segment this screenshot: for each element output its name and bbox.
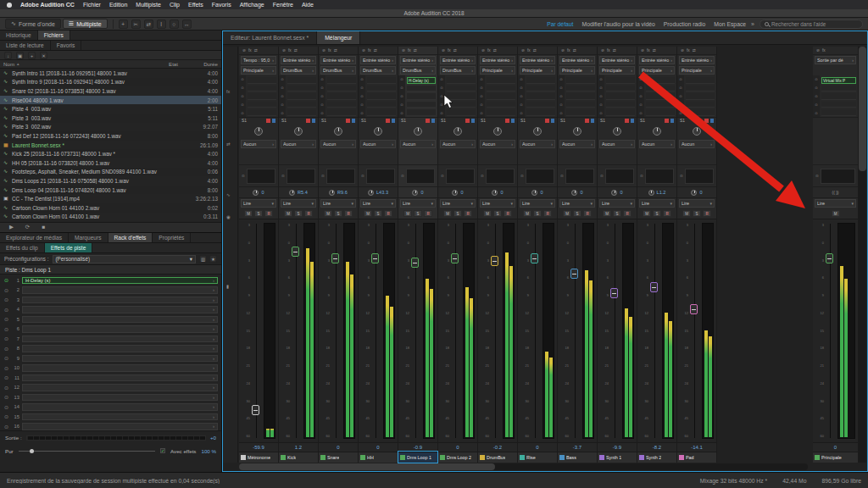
solo-button[interactable]: S [294,210,303,217]
record-arm-button[interactable]: R [464,210,472,217]
effect-power-icon[interactable]: ⊙ [3,336,9,341]
fx-rack-section[interactable]: ⊙⊙⊙⊙⊙ [478,75,517,118]
track-name-row[interactable]: Synth 1 [598,452,637,463]
send-level-knob[interactable] [334,127,342,136]
menu-item[interactable]: Edition [109,2,127,8]
effect-power-icon[interactable]: ⊙ [3,297,9,302]
automation-mode-select[interactable]: Lire▾ [440,199,476,208]
automation-mode-select[interactable]: Lire▾ [360,199,396,208]
eq-section[interactable]: ⊙ [239,165,278,187]
file-list-item[interactable]: Pad Def 12 [2018-11-16 072243] 48000 1.w… [0,131,221,141]
fader-handle[interactable] [570,269,578,279]
view-toggle-button[interactable]: ☰Multipiste [63,19,108,29]
eq-power-icon[interactable]: ⊙ [640,174,643,178]
power-icon[interactable]: ⊘ [521,48,525,53]
menu-item[interactable]: Effets [188,2,203,8]
eq-power-icon[interactable]: ⊙ [481,174,484,178]
pan-knob[interactable] [329,190,335,196]
effect-slot[interactable]: ⊙ 6 › [3,324,218,335]
file-list-item[interactable]: Rise004 48000 1.wav 2:00 [0,96,221,105]
apple-logo-icon[interactable] [7,3,12,8]
solo-button[interactable]: S [374,210,382,217]
power-icon[interactable]: ⊘ [601,48,604,53]
record-arm-button[interactable]: R [543,210,552,217]
eq-graph[interactable] [486,169,515,184]
fader-track[interactable] [252,221,261,441]
record-arm-button[interactable]: R [304,210,313,217]
fader-handle[interactable] [451,253,459,263]
fx-slot[interactable] [287,77,316,84]
fx-slot[interactable] [526,77,555,84]
fx-slot[interactable]: H-Delay (s) [407,77,436,84]
automation-mode-select[interactable]: Lire▾ [520,199,555,208]
power-icon[interactable]: ⊘ [242,48,246,53]
eq-section-icon[interactable]: ∿ [226,192,231,197]
input-select[interactable]: Entrée stéréo› [281,56,316,64]
automation-mode-select[interactable]: Lire▾ [815,199,856,208]
fx-rack-section[interactable]: ⊙⊙⊙⊙⊙ [438,75,477,118]
pan-control[interactable]: R9.6 [319,187,358,198]
output-select[interactable]: Principale› [559,66,595,75]
output-select[interactable]: DrumBus› [320,66,356,75]
mixer-channel-strip[interactable]: ⊘fx⇄ Entrée stéréo› Principale› ⊙⊙⊙⊙⊙ S1… [558,47,598,463]
output-select[interactable]: Principale› [520,66,555,75]
effect-power-icon[interactable]: ⊙ [3,316,9,322]
fader-track[interactable] [411,221,420,441]
output-select[interactable]: Principale› [679,66,715,75]
effect-slot[interactable]: ⊙ 13 › [3,392,218,402]
pan-knob[interactable] [492,190,498,196]
slip-tool-icon[interactable]: ⇄ [144,19,153,29]
power-icon[interactable]: ⊘ [681,48,684,53]
effect-slot[interactable]: ⊙ 4 › [3,305,218,315]
send-level-knob[interactable] [414,127,422,136]
file-list-item[interactable]: Piste 3_002.wav 9:2.07 [0,123,221,132]
mixer-channel-strip[interactable]: ⊘fx⇄ Entrée stéréo› Principale› ⊙⊙⊙⊙⊙ S1… [518,47,558,463]
effect-power-icon[interactable]: ⊙ [3,287,9,293]
send-pre-icon[interactable] [266,119,270,123]
mute-button[interactable]: M [244,210,253,217]
automation-mode-select[interactable]: Lire▾ [241,199,276,208]
menu-item[interactable]: Fichier [83,2,101,8]
wet-dry-slider[interactable] [19,451,155,452]
effect-power-icon[interactable]: ⊙ [3,355,9,361]
eq-graph[interactable] [821,169,855,184]
pan-control[interactable]: 0 [398,187,437,198]
fader-area[interactable]: 303691215182124304560 [279,219,318,442]
eq-power-icon[interactable]: ⊙ [321,174,325,178]
mixer-channel-strip[interactable]: ⊘fx⇄ Entrée stéréo› DrumBus› ⊙⊙⊙⊙⊙ S1 Au… [279,47,319,463]
mixer-channel-strip[interactable]: ⊘fx⇄ Tempo : 95,0› Principale› ⊙⊙⊙⊙⊙ S1 … [239,47,279,463]
record-arm-button[interactable]: R [623,210,632,217]
eq-graph[interactable] [287,169,315,184]
master-output-select[interactable]: Sortie par dé› [815,56,856,64]
send-level-knob[interactable] [573,127,581,136]
pan-knob[interactable] [452,190,458,196]
send-level-knob[interactable] [533,127,542,136]
send-pre-icon[interactable] [386,119,390,123]
send-pre-icon[interactable] [625,119,629,123]
column-state[interactable]: Etat [169,61,191,67]
new-item-icon[interactable]: ▣ [16,52,24,59]
record-arm-button[interactable]: R [703,210,711,217]
solo-button[interactable]: S [414,210,422,217]
help-search-box[interactable] [760,19,863,29]
track-name-row[interactable]: Dms Loop 2 [438,452,477,463]
eq-graph[interactable] [326,169,355,184]
effect-power-icon[interactable]: ⊙ [3,424,9,430]
track-name-row[interactable]: HH [359,452,398,463]
effect-power-icon[interactable]: ⊙ [3,385,9,391]
eq-graph[interactable] [605,169,634,184]
power-icon[interactable]: ⊘ [816,48,820,53]
pan-control[interactable]: L43.3 [359,187,398,198]
mute-button[interactable]: M [523,210,531,217]
effect-slot[interactable]: ⊙ 11 › [3,373,218,383]
fx-rack-section[interactable]: ⊙⊙⊙⊙⊙ [518,75,557,118]
record-arm-button[interactable]: R [344,210,353,217]
automation-mode-select[interactable]: Lire▾ [281,199,316,208]
fader-area[interactable]: 303691215182124304560 [319,219,358,442]
effect-slot[interactable]: ⊙ 15 › [3,412,218,422]
mute-button[interactable]: M [284,210,292,217]
fader-track[interactable] [371,221,381,441]
input-select[interactable]: Entrée stéréo› [360,56,396,64]
stop-button-icon[interactable]: ■ [39,223,48,232]
eq-power-icon[interactable]: ⊙ [281,174,285,178]
